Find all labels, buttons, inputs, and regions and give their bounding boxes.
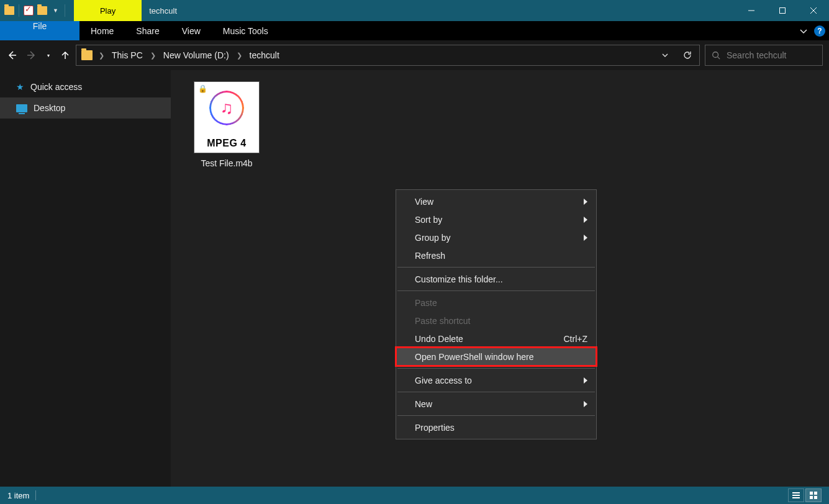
context-item-undo-delete[interactable]: Undo DeleteCtrl+Z <box>396 330 596 348</box>
context-item-paste-shortcut: Paste shortcut <box>396 312 596 330</box>
separator <box>19 4 19 17</box>
context-item-properties[interactable]: Properties <box>396 418 596 436</box>
search-placeholder: Search techcult <box>727 50 787 60</box>
folder-icon <box>81 50 93 60</box>
ribbon-tab-home[interactable]: Home <box>79 21 125 40</box>
ribbon-tab-file[interactable]: File <box>0 21 79 40</box>
separator <box>65 4 65 17</box>
properties-check-icon[interactable] <box>23 5 34 16</box>
ribbon-tab-share[interactable]: Share <box>125 21 170 40</box>
folder-icon[interactable] <box>37 5 48 16</box>
forward-button[interactable] <box>26 50 37 61</box>
ribbon-expand-icon[interactable] <box>799 25 808 37</box>
address-bar[interactable]: ❯ This PC ❯ New Volume (D:) ❯ techcult <box>76 45 700 66</box>
star-icon: ★ <box>16 82 24 92</box>
svg-rect-10 <box>814 492 817 495</box>
thumbnails-view-button[interactable] <box>805 488 822 502</box>
status-bar: 1 item <box>0 487 829 504</box>
refresh-icon[interactable] <box>678 50 697 60</box>
history-dropdown-icon[interactable]: ▾ <box>46 53 51 58</box>
back-button[interactable] <box>6 50 17 61</box>
folder-icon[interactable] <box>4 5 15 16</box>
chevron-right-icon[interactable]: ❯ <box>234 52 245 60</box>
breadcrumb-volume[interactable]: New Volume (D:) <box>162 50 230 60</box>
context-item-sort-by[interactable]: Sort by <box>396 210 596 228</box>
window-controls <box>736 0 829 21</box>
chevron-right-icon[interactable]: ❯ <box>96 52 107 60</box>
address-dropdown-icon[interactable] <box>656 53 674 58</box>
navigation-bar: ▾ ❯ This PC ❯ New Volume (D:) ❯ techcult… <box>0 40 829 70</box>
window-title: techcult <box>142 0 736 21</box>
details-view-button[interactable] <box>788 488 804 502</box>
context-item-paste: Paste <box>396 294 596 312</box>
svg-rect-6 <box>792 492 800 493</box>
separator <box>397 415 595 416</box>
ribbon-tab-view[interactable]: View <box>171 21 212 40</box>
svg-rect-1 <box>780 8 786 14</box>
ribbon-tab-music-tools[interactable]: Music Tools <box>212 21 279 40</box>
shortcut-label: Ctrl+Z <box>564 334 588 344</box>
file-type-label: MPEG 4 <box>207 138 246 149</box>
music-note-icon: ♫ <box>220 98 233 118</box>
chevron-right-icon[interactable]: ❯ <box>148 52 158 60</box>
svg-rect-7 <box>792 495 800 496</box>
context-item-open-powershell[interactable]: Open PowerShell window here <box>396 348 596 366</box>
search-input[interactable]: Search techcult <box>705 45 823 66</box>
qat-dropdown-icon[interactable]: ▼ <box>50 7 61 14</box>
context-item-new[interactable]: New <box>396 395 596 413</box>
title-bar: ▼ Play techcult <box>0 0 829 21</box>
lock-icon: 🔒 <box>198 84 207 93</box>
quick-access-toolbar: ▼ <box>0 0 70 21</box>
sidebar-item-quick-access[interactable]: ★ Quick access <box>0 76 171 97</box>
help-icon[interactable]: ? <box>814 25 825 37</box>
search-icon <box>712 51 720 60</box>
desktop-icon <box>16 104 27 112</box>
separator <box>35 490 36 500</box>
separator <box>397 267 595 268</box>
close-button[interactable] <box>798 0 829 21</box>
breadcrumb-this-pc[interactable]: This PC <box>111 50 144 60</box>
separator <box>397 368 595 369</box>
minimize-button[interactable] <box>736 0 767 21</box>
sidebar-item-desktop[interactable]: Desktop <box>0 97 171 119</box>
up-button[interactable] <box>60 50 71 61</box>
navigation-pane: ★ Quick access Desktop <box>0 70 171 487</box>
context-item-group-by[interactable]: Group by <box>396 228 596 246</box>
status-item-count: 1 item <box>7 491 29 500</box>
separator <box>397 290 595 291</box>
file-thumbnail: 🔒 ♫ MPEG 4 <box>194 81 260 153</box>
context-item-give-access[interactable]: Give access to <box>396 371 596 389</box>
svg-rect-12 <box>814 496 817 499</box>
file-item[interactable]: 🔒 ♫ MPEG 4 Test File.m4b <box>187 81 266 168</box>
svg-point-4 <box>713 52 718 58</box>
svg-rect-11 <box>810 496 813 499</box>
svg-line-5 <box>718 57 720 60</box>
context-menu: View Sort by Group by Refresh Customize … <box>396 189 597 439</box>
svg-rect-8 <box>792 497 800 498</box>
separator <box>397 392 595 392</box>
sidebar-item-label: Desktop <box>34 103 65 113</box>
context-item-view[interactable]: View <box>396 192 596 210</box>
maximize-button[interactable] <box>767 0 798 21</box>
context-tab-play[interactable]: Play <box>74 0 142 21</box>
file-name-label: Test File.m4b <box>201 158 252 168</box>
sidebar-item-label: Quick access <box>30 82 82 92</box>
breadcrumb-folder[interactable]: techcult <box>248 50 281 60</box>
svg-rect-9 <box>810 492 813 495</box>
context-item-refresh[interactable]: Refresh <box>396 246 596 264</box>
context-item-customize[interactable]: Customize this folder... <box>396 270 596 288</box>
ribbon: File Home Share View Music Tools ? <box>0 21 829 40</box>
